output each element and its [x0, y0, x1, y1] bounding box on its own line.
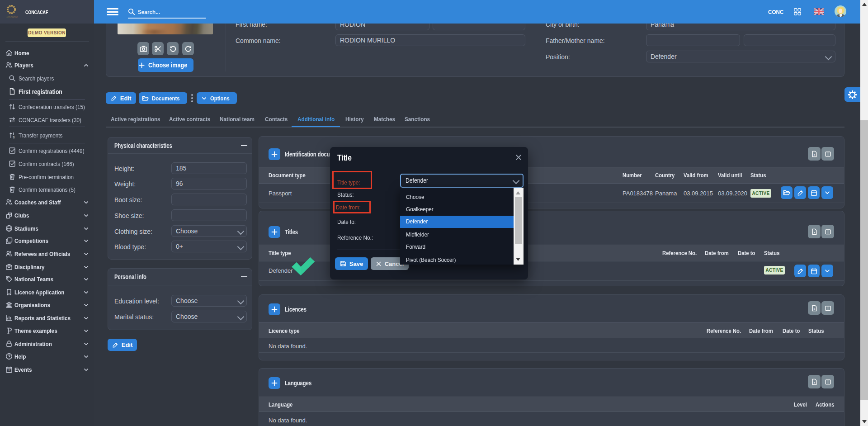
- svg-text:Concacaf: Concacaf: [6, 15, 18, 19]
